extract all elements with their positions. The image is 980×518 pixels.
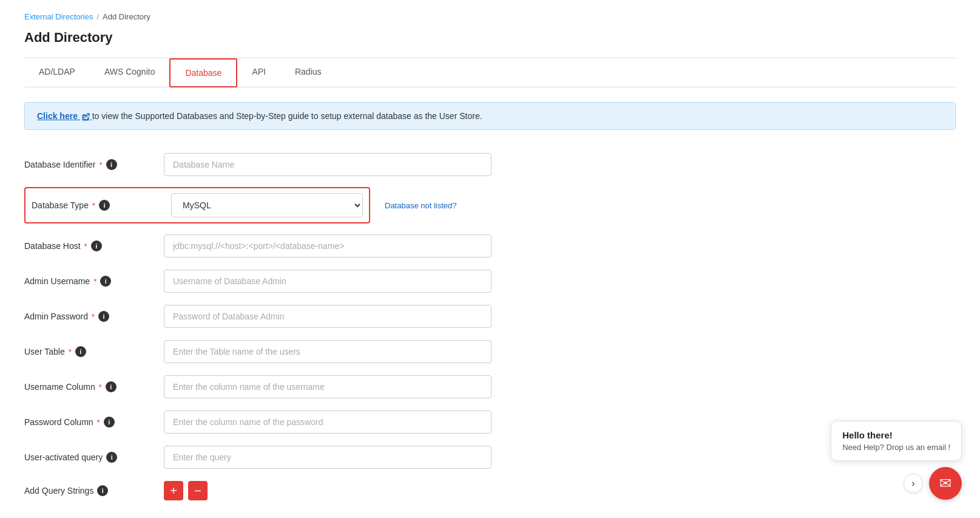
database-identifier-input[interactable]: [164, 153, 492, 176]
info-icon-user-table[interactable]: i: [75, 346, 86, 357]
required-star-password-column: *: [97, 418, 100, 427]
label-database-identifier: Database Identifier * i: [24, 159, 158, 170]
chat-widget: Hello there! Need Help? Drop us an email…: [831, 421, 962, 500]
form-row-user-table: User Table * i: [24, 334, 956, 369]
input-wrapper-database-type: MySQL PostgreSQL MSSQL Oracle MariaDB: [171, 193, 363, 217]
info-icon-admin-password[interactable]: i: [98, 311, 109, 322]
input-wrapper-database-host: [164, 234, 492, 257]
required-star-admin-username: *: [93, 277, 96, 286]
label-database-type: Database Type * i: [32, 200, 165, 211]
tab-database[interactable]: Database: [169, 58, 237, 87]
input-wrapper-username-column: [164, 375, 492, 398]
info-banner: Click here to view the Supported Databas…: [24, 102, 956, 130]
tab-adldap[interactable]: AD/LDAP: [24, 58, 90, 87]
info-icon-user-activated-query[interactable]: i: [106, 452, 117, 463]
form-row-database-type: Database Type * i MySQL PostgreSQL MSSQL…: [24, 187, 370, 223]
page-title: Add Directory: [24, 30, 956, 46]
input-wrapper-user-table: [164, 340, 492, 363]
add-query-string-button[interactable]: +: [164, 481, 183, 500]
chat-open-button[interactable]: ✉: [929, 467, 962, 500]
query-strings-buttons: + −: [164, 481, 208, 500]
input-wrapper-admin-password: [164, 305, 492, 328]
breadcrumb: External Directories / Add Directory: [24, 12, 956, 21]
form-row-password-column: Password Column * i: [24, 404, 956, 440]
chat-button-row: › ✉: [904, 467, 962, 500]
username-column-input[interactable]: [164, 375, 492, 398]
required-star-type: *: [92, 201, 95, 210]
form-row-user-activated-query: User-activated query i: [24, 440, 956, 475]
db-not-listed-link[interactable]: Database not listed?: [385, 201, 457, 210]
tab-radius[interactable]: Radius: [280, 58, 336, 87]
input-wrapper-user-activated-query: [164, 446, 492, 469]
tab-awscognito[interactable]: AWS Cognito: [90, 58, 170, 87]
info-icon-host[interactable]: i: [91, 240, 102, 251]
info-icon-type[interactable]: i: [99, 200, 110, 211]
form-row-database-host: Database Host * i: [24, 228, 956, 264]
info-banner-link[interactable]: Click here: [37, 111, 92, 121]
chat-bubble-title: Hello there!: [842, 430, 950, 440]
breadcrumb-separator: /: [96, 12, 99, 21]
input-wrapper-password-column: [164, 411, 492, 434]
required-star-admin-password: *: [92, 312, 95, 321]
label-user-table: User Table * i: [24, 346, 158, 357]
label-add-query-strings: Add Query Strings i: [24, 485, 158, 496]
required-star-identifier: *: [100, 160, 103, 169]
form-section: Database Identifier * i Database Type * …: [24, 147, 956, 506]
required-star-user-table: *: [69, 347, 72, 356]
breadcrumb-parent-link[interactable]: External Directories: [24, 12, 93, 21]
form-row-admin-username: Admin Username * i: [24, 264, 956, 299]
user-activated-query-input[interactable]: [164, 446, 492, 469]
breadcrumb-current: Add Directory: [103, 12, 150, 21]
input-wrapper-admin-username: [164, 270, 492, 293]
label-user-activated-query: User-activated query i: [24, 452, 158, 463]
form-row-database-identifier: Database Identifier * i: [24, 147, 956, 182]
label-admin-password: Admin Password * i: [24, 311, 158, 322]
required-star-host: *: [84, 242, 87, 251]
user-table-input[interactable]: [164, 340, 492, 363]
form-row-username-column: Username Column * i: [24, 369, 956, 404]
label-password-column: Password Column * i: [24, 417, 158, 428]
input-wrapper-identifier: [164, 153, 492, 176]
chat-bubble-text: Need Help? Drop us an email !: [842, 443, 950, 452]
chat-message-icon: ✉: [939, 475, 951, 492]
info-icon-add-query-strings[interactable]: i: [97, 485, 108, 496]
label-database-host: Database Host * i: [24, 240, 158, 251]
admin-password-input[interactable]: [164, 305, 492, 328]
database-type-select[interactable]: MySQL PostgreSQL MSSQL Oracle MariaDB: [171, 193, 363, 217]
label-admin-username: Admin Username * i: [24, 276, 158, 287]
required-star-username-column: *: [99, 383, 102, 392]
chat-bubble: Hello there! Need Help? Drop us an email…: [831, 421, 962, 461]
chat-arrow-button[interactable]: ›: [904, 474, 923, 493]
info-icon-admin-username[interactable]: i: [100, 276, 111, 287]
password-column-input[interactable]: [164, 411, 492, 434]
form-row-add-query-strings: Add Query Strings i + −: [24, 475, 956, 506]
database-host-input[interactable]: [164, 234, 492, 257]
tabs-container: AD/LDAP AWS Cognito Database API Radius: [24, 58, 956, 87]
info-icon-username-column[interactable]: i: [106, 381, 117, 392]
form-row-admin-password: Admin Password * i: [24, 299, 956, 334]
tab-api[interactable]: API: [237, 58, 280, 87]
info-icon-identifier[interactable]: i: [106, 159, 117, 170]
label-username-column: Username Column * i: [24, 381, 158, 392]
info-icon-password-column[interactable]: i: [104, 417, 115, 428]
admin-username-input[interactable]: [164, 270, 492, 293]
external-link-icon: [82, 113, 90, 121]
remove-query-string-button[interactable]: −: [188, 481, 208, 500]
